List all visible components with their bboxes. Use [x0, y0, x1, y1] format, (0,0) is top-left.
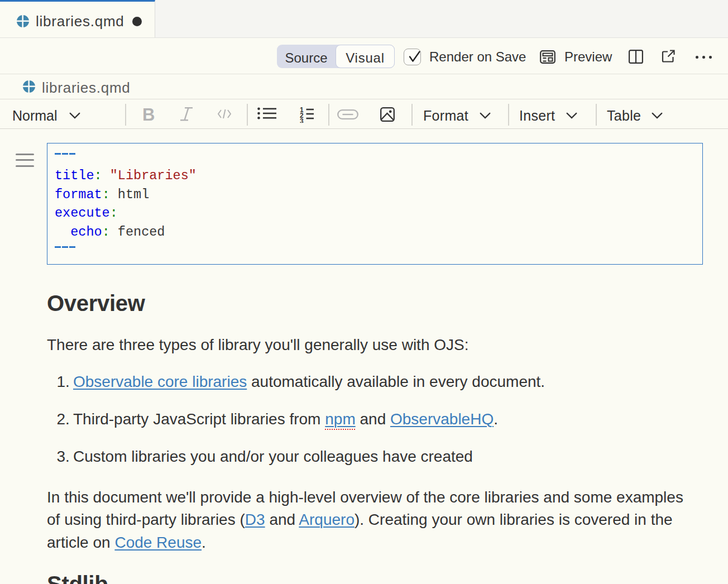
- svg-text:3: 3: [300, 117, 304, 123]
